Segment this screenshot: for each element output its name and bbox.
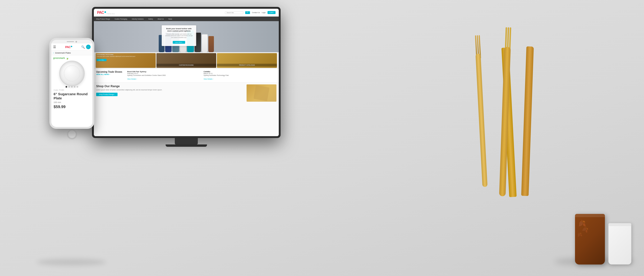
shadow-ground-left <box>37 259 106 266</box>
event2-dates: March 10-11 <box>204 73 276 74</box>
brown-cup: 🍂 🍂 🍂 <box>575 214 605 264</box>
phone-logo: PAC <box>65 45 72 49</box>
shop-range-button[interactable]: Shop Product Range › <box>96 93 118 96</box>
cat-btn-sustainable[interactable]: Learn More › <box>96 59 106 61</box>
phone-notch <box>51 40 92 44</box>
category-card-custom[interactable]: CUSTOM PACKAGING <box>156 53 216 68</box>
trade-event-1: Reed Gift Fair Sydney February 23-27 Syd… <box>127 70 200 80</box>
event1-venue: Sydney Convention and Exhibition Centre … <box>127 74 200 76</box>
shop-range-section: Shop Our Range Lorem ipsum dolor sit ame… <box>94 82 279 136</box>
nav-item-custom[interactable]: Custom Packaging <box>112 18 130 20</box>
shop-range-description: Lorem ipsum dolor sit amet, consectetur … <box>96 89 244 91</box>
site-logo: PAC TRADING <box>97 10 115 15</box>
dot-4 <box>74 86 76 88</box>
phone-product-name: 6" Sugarcane Round Plate <box>51 92 92 101</box>
breadcrumb-text: Greenmark Plates <box>55 52 71 54</box>
shop-range-text: Shop Our Range Lorem ipsum dolor sit ame… <box>96 84 244 134</box>
dot-5 <box>76 86 78 88</box>
event1-name: Reed Gift Fair Sydney <box>127 70 200 73</box>
shop-range-image <box>246 84 276 102</box>
right-cutlery <box>496 27 534 208</box>
trade-event-2: CafeBiz March 10-11 Sydney Australian Te… <box>204 70 276 80</box>
dot-1 <box>66 86 67 88</box>
dot-2 <box>68 86 70 88</box>
phone-header-icons: 🔍 🛒 <box>81 44 90 49</box>
category-card-sustainable[interactable]: SUSTAINABLE PACKAGING Lorem ipsum dolor … <box>96 53 156 68</box>
phone-product-size: 155 mm <box>51 101 92 104</box>
nav-item-shop[interactable]: Shop Product Range <box>94 18 112 20</box>
site-header: PAC TRADING 🔍 Contact Us Login CART <box>94 9 279 16</box>
phone-cart-icon[interactable]: 🛒 <box>86 44 90 49</box>
phone-logo-dot <box>71 46 72 47</box>
phone-product-price: $59.99 <box>51 104 92 110</box>
dot-3 <box>71 86 73 88</box>
category-card-catalogue[interactable]: PRODUCT CATALOGUE <box>217 53 277 68</box>
hero-cta-button[interactable]: Learn More › <box>173 41 185 44</box>
phone-mockup: ☰ PAC 🔍 🛒 ‹ Greenmark Plates greenmark 🍃 <box>50 38 94 138</box>
monitor-body: PAC TRADING 🔍 Contact Us Login CART <box>92 7 280 138</box>
phone-breadcrumb: ‹ Greenmark Plates <box>51 50 92 56</box>
category-cards: SUSTAINABLE PACKAGING Lorem ipsum dolor … <box>94 52 279 69</box>
nav-item-about[interactable]: About Us <box>155 18 166 20</box>
event2-name: CafeBiz <box>204 70 276 73</box>
cat-label-catalogue: PRODUCT CATALOGUE <box>217 64 277 66</box>
nav-item-news[interactable]: News <box>166 18 174 20</box>
search-input[interactable] <box>225 11 243 14</box>
greenmark-brand: greenmark <box>53 57 65 59</box>
product-image-dots <box>51 86 92 88</box>
shop-range-title: Shop Our Range <box>96 84 244 88</box>
trade-shows-title: Upcoming Trade Shows <box>96 70 124 73</box>
search-button[interactable]: 🔍 <box>245 11 250 14</box>
nav-item-industry[interactable]: Industry Solutions <box>130 18 146 20</box>
phone-brand-area: greenmark 🍃 <box>51 56 92 61</box>
cat-label-sustainable: SUSTAINABLE PACKAGING <box>96 54 155 56</box>
phone-screen: ☰ PAC 🔍 🛒 ‹ Greenmark Plates greenmark 🍃 <box>51 44 92 127</box>
cat-label-custom: CUSTOM PACKAGING <box>156 64 216 66</box>
phone-body: ☰ PAC 🔍 🛒 ‹ Greenmark Plates greenmark 🍃 <box>50 38 94 129</box>
white-cup <box>608 223 631 264</box>
right-cups-decoration: 🍂 🍂 🍂 <box>575 214 631 264</box>
logo-tagline: TRADING <box>107 13 115 14</box>
website-content: PAC TRADING 🔍 Contact Us Login CART <box>94 9 279 136</box>
trade-shows-main: Upcoming Trade Shows VIEW ALL NEWS › <box>96 70 124 80</box>
event1-link[interactable]: View Details › <box>127 78 137 80</box>
header-controls: 🔍 Contact Us Login CART <box>225 11 276 14</box>
nav-item-gallery[interactable]: Gallery <box>146 18 156 20</box>
view-all-news[interactable]: VIEW ALL NEWS › <box>96 74 124 75</box>
contact-link[interactable]: Contact Us <box>252 12 260 13</box>
phone-camera <box>76 41 77 42</box>
hero-banner: Build your brand further with more custo… <box>94 21 279 52</box>
cat-sub-sustainable: Lorem ipsum dolor sit amet, consectetur … <box>96 56 155 57</box>
trade-shows-section: Upcoming Trade Shows VIEW ALL NEWS › Ree… <box>94 69 279 82</box>
phone-menu-icon[interactable]: ☰ <box>53 45 56 49</box>
site-nav: Shop Product Range Custom Packaging Indu… <box>94 16 279 21</box>
phone-header: ☰ PAC 🔍 🛒 <box>51 44 92 50</box>
phone-speaker <box>67 41 74 42</box>
event1-dates: February 23-27 <box>127 73 200 74</box>
phone-logo-pac: PAC <box>65 45 70 49</box>
phone-home-button[interactable] <box>68 130 76 138</box>
hero-title: Build your brand further with more custo… <box>165 28 193 32</box>
logo-dot <box>104 11 106 13</box>
login-link[interactable]: Login <box>262 12 266 13</box>
phone-product-code: Code: PCBD <box>51 88 92 92</box>
event2-venue: Sydney Australian Technology Park <box>204 74 276 76</box>
cart-button[interactable]: CART <box>268 11 276 14</box>
logo-pac: PAC <box>97 10 104 15</box>
monitor: PAC TRADING 🔍 Contact Us Login CART <box>92 7 280 154</box>
breadcrumb-arrow: ‹ <box>53 52 54 54</box>
phone-search-icon[interactable]: 🔍 <box>81 45 85 49</box>
monitor-stand <box>175 138 198 144</box>
event2-link[interactable]: View Details › <box>204 78 214 80</box>
monitor-screen-bezel: PAC TRADING 🔍 Contact Us Login CART <box>94 9 279 136</box>
plate-image <box>59 61 85 86</box>
greenmark-leaf-icon: 🍃 <box>66 56 69 60</box>
hero-text-box: Build your brand further with more custo… <box>162 25 196 46</box>
phone-product-image <box>56 62 88 85</box>
monitor-base <box>166 144 207 147</box>
hero-description: Choose coffee cup type, get creative wit… <box>165 33 193 39</box>
